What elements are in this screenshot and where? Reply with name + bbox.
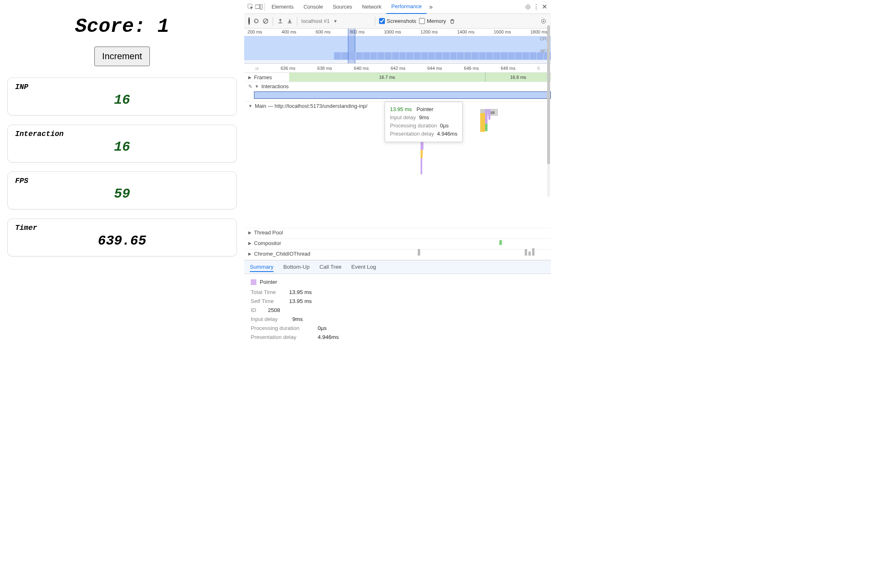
settings-icon[interactable]: [524, 3, 532, 11]
chevron-right-icon[interactable]: ▶: [248, 241, 252, 245]
recording-dropdown[interactable]: localhost #1 ▾: [301, 18, 371, 24]
recording-dropdown-label: localhost #1: [301, 18, 330, 24]
download-icon[interactable]: [287, 18, 293, 24]
ov-tick: 200 ms: [247, 29, 262, 34]
tooltip-presentation-label: Presentation delay: [390, 131, 434, 137]
track-main[interactable]: ▼Main — http://localhost:5173/understand…: [244, 102, 551, 228]
ov-tick: 1400 ms: [457, 29, 474, 34]
tooltip-input-delay-value: 9ms: [419, 114, 429, 120]
screenshots-checkbox-input[interactable]: [379, 18, 385, 24]
overview-ruler[interactable]: 200 ms 400 ms 600 ms 800 ms 1000 ms 1200…: [244, 29, 551, 64]
track-frames[interactable]: ▶Frames 16.7 ms 16.8 ms: [244, 73, 551, 82]
devtools-tabs: Elements Console Sources Network Perform…: [244, 0, 551, 14]
clear-icon[interactable]: [263, 18, 269, 24]
device-toggle-icon[interactable]: [255, 3, 263, 11]
tooltip-type: Pointer: [416, 106, 433, 112]
overview-net-blocks: [334, 52, 551, 60]
card-inp-label: INP: [15, 83, 229, 91]
track-threadpool[interactable]: ▶Thread Pool: [244, 228, 551, 239]
card-timer: Timer 639.65: [7, 218, 237, 256]
dt-tick: 6: [537, 66, 540, 71]
interaction-tooltip: 13.95 ms Pointer Input delay 9ms Process…: [385, 102, 463, 142]
screenshots-checkbox[interactable]: Screenshots: [379, 18, 416, 24]
summary-k-proc: Processing duration: [251, 325, 312, 331]
track-child-io[interactable]: ▶Chrome_ChildIOThread: [244, 249, 551, 260]
chevron-down-icon[interactable]: ▼: [255, 84, 259, 89]
svg-line-6: [264, 19, 267, 23]
perf-settings-icon[interactable]: [540, 18, 547, 24]
dt-tick: 646 ms: [464, 66, 479, 71]
tooltip-presentation-value: 4.946ms: [437, 131, 457, 137]
memory-label: Memory: [427, 18, 446, 24]
summary-v-proc: 0µs: [318, 325, 327, 331]
track-compositor[interactable]: ▶Compositor: [244, 239, 551, 249]
card-timer-value: 639.65: [15, 234, 229, 249]
dt-tick: 638 ms: [317, 66, 332, 71]
svg-rect-2: [260, 4, 262, 9]
summary-k-total: Total Time: [251, 289, 283, 295]
inspect-icon[interactable]: [247, 3, 255, 11]
summary-k-id: ID: [251, 307, 262, 313]
card-fps-label: FPS: [15, 177, 229, 185]
score-line: Score: 1: [7, 16, 237, 38]
tab-performance[interactable]: Performance: [386, 0, 426, 14]
track-interactions[interactable]: ✎▼Interactions: [244, 82, 551, 102]
summary-v-input: 9ms: [292, 316, 303, 322]
scrollbar-thumb[interactable]: [547, 25, 550, 164]
close-icon[interactable]: ✕: [540, 3, 548, 11]
dt-tick: 644 ms: [428, 66, 442, 71]
tab-elements[interactable]: Elements: [267, 0, 298, 14]
summary-v-pres: 4.946ms: [318, 334, 339, 340]
memory-checkbox[interactable]: Memory: [419, 18, 446, 24]
chevron-right-icon[interactable]: ▶: [248, 230, 252, 235]
tab-console[interactable]: Console: [298, 0, 328, 14]
dt-tick: ıs: [255, 66, 259, 71]
summary-k-input: Input delay: [251, 316, 287, 322]
summary-body: Pointer Total Time13.95 ms Self Time13.9…: [244, 274, 551, 348]
summary-tab-summary[interactable]: Summary: [250, 264, 274, 272]
kebab-icon[interactable]: ⋮: [532, 3, 540, 11]
dt-tick: 636 ms: [281, 66, 295, 71]
summary-tab-calltree[interactable]: Call Tree: [319, 264, 341, 272]
ov-tick: 1800 ms: [530, 29, 548, 34]
compositor-label: Compositor: [254, 240, 281, 246]
dt-tick: 642 ms: [391, 66, 405, 71]
tooltip-processing-label: Processing duration: [390, 122, 437, 129]
increment-button[interactable]: Increment: [94, 47, 150, 66]
summary-tab-bottomup[interactable]: Bottom-Up: [283, 264, 310, 272]
screenshots-label: Screenshots: [387, 18, 416, 24]
chevron-right-icon[interactable]: ▶: [248, 75, 252, 80]
card-inp: INP 16: [7, 78, 237, 116]
pencil-icon[interactable]: ✎: [248, 84, 252, 89]
memory-checkbox-input[interactable]: [419, 18, 425, 24]
vertical-scrollbar[interactable]: [547, 25, 550, 197]
chevron-right-icon[interactable]: ▶: [248, 252, 252, 256]
summary-tab-eventlog[interactable]: Event Log: [351, 264, 376, 272]
tooltip-duration: 13.95 ms: [390, 106, 412, 112]
dt-tick: 648 ms: [501, 66, 515, 71]
record-icon[interactable]: [248, 18, 250, 24]
card-fps: FPS 59: [7, 172, 237, 209]
tab-sources[interactable]: Sources: [328, 0, 357, 14]
frame-time-2: 16.8 ms: [486, 73, 551, 82]
card-inp-value: 16: [15, 93, 229, 108]
gc-icon[interactable]: [449, 18, 455, 24]
svg-point-10: [543, 20, 544, 22]
tooltip-processing-value: 0µs: [440, 122, 449, 129]
summary-tabs: Summary Bottom-Up Call Tree Event Log: [244, 260, 551, 274]
devtools-panel: Elements Console Sources Network Perform…: [244, 0, 551, 368]
frames-label: Frames: [254, 74, 272, 80]
threadpool-label: Thread Pool: [254, 229, 283, 236]
reload-icon[interactable]: [253, 18, 259, 24]
tabs-overflow-icon[interactable]: »: [427, 3, 435, 11]
metric-cards: INP 16 Interaction 16 FPS 59 Timer 639.6…: [7, 78, 237, 256]
pointer-swatch: [251, 279, 256, 285]
upload-icon[interactable]: [277, 18, 283, 24]
detail-ruler[interactable]: ıs 636 ms 638 ms 640 ms 642 ms 644 ms 64…: [244, 64, 551, 73]
interaction-bar[interactable]: [254, 91, 551, 99]
childio-label: Chrome_ChildIOThread: [254, 251, 310, 257]
perf-toolbar: localhost #1 ▾ Screenshots Memory: [244, 14, 551, 29]
card-interaction: Interaction 16: [7, 125, 237, 163]
summary-title: Pointer: [260, 279, 277, 285]
tab-network[interactable]: Network: [357, 0, 387, 14]
